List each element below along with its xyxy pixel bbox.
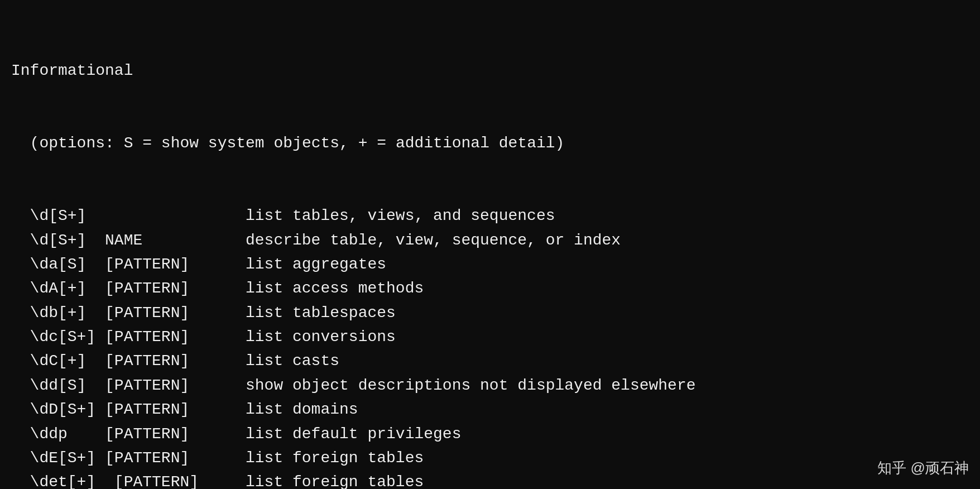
command-desc: list foreign tables	[246, 470, 424, 489]
command-text: \d[S+]	[11, 204, 246, 228]
command-desc: list foreign tables	[246, 446, 424, 470]
watermark: 知乎 @顽石神	[877, 458, 969, 478]
command-desc: describe table, view, sequence, or index	[246, 228, 621, 252]
command-row: \dE[S+] [PATTERN]list foreign tables	[11, 446, 969, 470]
command-desc: list domains	[246, 397, 358, 421]
command-desc: list default privileges	[246, 422, 461, 446]
command-row: \det[+] [PATTERN]list foreign tables	[11, 470, 969, 489]
command-text: \det[+] [PATTERN]	[11, 470, 246, 489]
command-desc: list aggregates	[246, 252, 386, 276]
command-desc: list casts	[246, 349, 339, 373]
command-desc: list tables, views, and sequences	[246, 204, 555, 228]
command-row: \d[S+] NAMEdescribe table, view, sequenc…	[11, 228, 969, 252]
header-text-2: (options: S = show system objects, + = a…	[11, 131, 564, 155]
command-text: \dc[S+] [PATTERN]	[11, 325, 246, 349]
command-row: \dc[S+] [PATTERN]list conversions	[11, 325, 969, 349]
header-line-1: Informational	[11, 59, 969, 83]
command-text: \db[+] [PATTERN]	[11, 301, 246, 325]
command-row: \dD[S+] [PATTERN]list domains	[11, 397, 969, 421]
command-row: \dC[+] [PATTERN]list casts	[11, 349, 969, 373]
command-desc: list access methods	[246, 276, 424, 300]
command-desc: show object descriptions not displayed e…	[246, 373, 696, 397]
command-row: \da[S] [PATTERN]list aggregates	[11, 252, 969, 276]
header-text-1: Informational	[11, 59, 133, 83]
command-desc: list conversions	[246, 325, 396, 349]
command-text: \da[S] [PATTERN]	[11, 252, 246, 276]
command-text: \dC[+] [PATTERN]	[11, 349, 246, 373]
terminal-output: Informational (options: S = show system …	[11, 10, 969, 489]
command-row: \d[S+]list tables, views, and sequences	[11, 204, 969, 228]
command-text: \dE[S+] [PATTERN]	[11, 446, 246, 470]
command-text: \ddp [PATTERN]	[11, 422, 246, 446]
command-row: \dd[S] [PATTERN]show object descriptions…	[11, 373, 969, 397]
command-row: \db[+] [PATTERN]list tablespaces	[11, 301, 969, 325]
command-text: \d[S+] NAME	[11, 228, 246, 252]
command-desc: list tablespaces	[246, 301, 396, 325]
command-text: \dA[+] [PATTERN]	[11, 276, 246, 300]
command-text: \dd[S] [PATTERN]	[11, 373, 246, 397]
command-row: \dA[+] [PATTERN]list access methods	[11, 276, 969, 300]
command-row: \ddp [PATTERN]list default privileges	[11, 422, 969, 446]
header-line-2: (options: S = show system objects, + = a…	[11, 131, 969, 155]
command-text: \dD[S+] [PATTERN]	[11, 397, 246, 421]
